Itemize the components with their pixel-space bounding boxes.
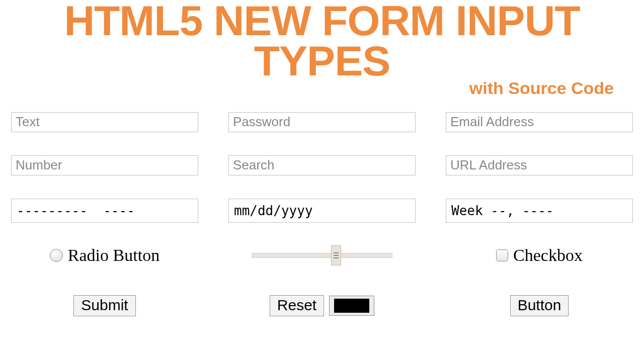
range-slider[interactable] <box>252 248 392 263</box>
radio-icon[interactable] <box>50 249 63 262</box>
email-input[interactable] <box>446 112 633 132</box>
page-title: HTML5 NEW FORM INPUT TYPES <box>0 1 644 81</box>
button-row: Submit Reset Button <box>0 265 644 316</box>
color-swatch <box>334 299 369 313</box>
week-input[interactable] <box>446 199 633 223</box>
generic-button[interactable]: Button <box>510 295 569 316</box>
input-grid: Radio Button Checkbox <box>0 98 644 265</box>
color-input[interactable] <box>329 296 374 316</box>
radio-label: Radio Button <box>68 246 159 265</box>
submit-button[interactable]: Submit <box>73 295 135 316</box>
radio-control[interactable]: Radio Button <box>50 246 159 265</box>
password-input[interactable] <box>228 112 416 132</box>
text-input[interactable] <box>11 112 198 132</box>
date-input[interactable] <box>228 199 416 223</box>
reset-button[interactable]: Reset <box>270 295 324 316</box>
slider-thumb[interactable] <box>331 245 341 265</box>
search-input[interactable] <box>228 155 416 175</box>
number-input[interactable] <box>11 155 198 175</box>
slider-track <box>252 253 392 258</box>
checkbox-icon[interactable] <box>496 249 508 261</box>
checkbox-label: Checkbox <box>513 246 583 265</box>
checkbox-control[interactable]: Checkbox <box>496 246 583 265</box>
url-input[interactable] <box>446 155 633 175</box>
month-input[interactable] <box>11 199 198 223</box>
